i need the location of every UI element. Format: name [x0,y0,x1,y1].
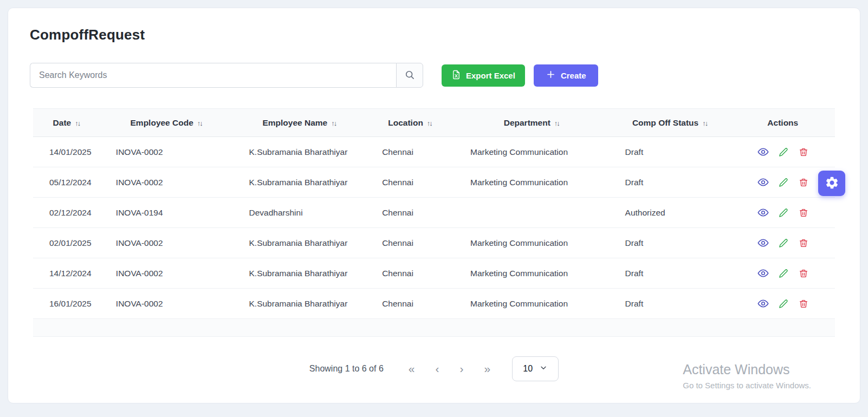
page-title: CompoffRequest [30,27,846,43]
search-input[interactable] [30,63,396,88]
column-header[interactable]: Date↑↓ [33,109,100,137]
cell-employee-name: K.Subramania Bharathiyar [233,289,366,319]
next-page-button[interactable]: › [457,362,465,375]
chevron-down-icon [539,363,548,374]
delete-button[interactable] [799,299,808,309]
sort-icon: ↑↓ [331,119,336,127]
sort-icon: ↑↓ [197,119,202,127]
cell-department: Marketing Communication [454,289,609,319]
cell-location: Chennai [366,228,454,258]
last-page-button[interactable]: » [482,362,493,375]
edit-button[interactable] [779,147,788,157]
cell-comp-off-status: Draft [609,167,731,198]
cell-department [454,198,609,228]
search-icon [404,69,415,82]
cell-comp-off-status: Draft [609,289,731,319]
plus-icon [546,69,556,81]
export-excel-button[interactable]: Export Excel [442,64,525,87]
table-row: 14/01/2025 INOVA-0002 K.Subramania Bhara… [33,137,835,167]
cell-comp-off-status: Draft [609,258,731,289]
column-header: Actions [731,109,835,137]
cell-employee-code: INOVA-0002 [100,167,233,198]
cell-employee-name: K.Subramania Bharathiyar [233,228,366,258]
cell-department: Marketing Communication [454,228,609,258]
column-header[interactable]: Employee Name↑↓ [233,109,366,137]
cell-employee-name: K.Subramania Bharathiyar [233,137,366,167]
create-button[interactable]: Create [534,64,598,87]
cell-location: Chennai [366,258,454,289]
edit-button[interactable] [779,269,788,278]
edit-button[interactable] [779,299,788,309]
table-header-row: Date↑↓ Employee Code↑↓ Employee Name↑↓ L… [33,109,835,137]
edit-button[interactable] [779,178,788,187]
table-row: 16/01/2025 INOVA-0002 K.Subramania Bhara… [33,289,835,319]
cell-employee-code: INOVA-0002 [100,228,233,258]
cell-employee-code: INOVA-0002 [100,137,233,167]
cell-date: 14/01/2025 [33,137,100,167]
settings-fab-button[interactable] [818,171,845,196]
view-button[interactable] [757,298,769,309]
sort-icon: ↑↓ [554,119,559,127]
column-header-label: Location [388,118,423,127]
view-button[interactable] [757,146,769,158]
cell-department: Marketing Communication [454,167,609,198]
pagination: Showing 1 to 6 of 6 « ‹ › » 10 [22,356,846,381]
cell-date: 16/01/2025 [33,289,100,319]
edit-button[interactable] [779,208,788,218]
first-page-button[interactable]: « [406,362,417,375]
delete-button[interactable] [799,269,808,278]
compoff-table: Date↑↓ Employee Code↑↓ Employee Name↑↓ L… [33,108,835,319]
column-header[interactable]: Employee Code↑↓ [100,109,233,137]
delete-button[interactable] [799,147,808,157]
search-button[interactable] [396,63,423,88]
create-label: Create [561,71,586,80]
view-button[interactable] [757,268,769,279]
cell-employee-code: INOVA-0002 [100,258,233,289]
cell-date: 05/12/2024 [33,167,100,198]
cell-location: Chennai [366,137,454,167]
column-header-label: Employee Name [262,118,327,127]
pagination-summary: Showing 1 to 6 of 6 [309,364,384,374]
sort-icon: ↑↓ [427,119,432,127]
column-header[interactable]: Location↑↓ [366,109,454,137]
column-header-label: Department [504,118,550,127]
toolbar: Export Excel Create [30,63,846,88]
search-group [30,63,423,88]
sort-icon: ↑↓ [75,119,80,127]
table-row: 02/01/2025 INOVA-0002 K.Subramania Bhara… [33,228,835,258]
column-header-label: Employee Code [131,118,193,127]
edit-button[interactable] [779,238,788,248]
cell-actions [731,228,835,258]
column-header-label: Date [53,118,72,127]
previous-page-button[interactable]: ‹ [433,362,441,375]
compoff-table-wrap: Date↑↓ Employee Code↑↓ Employee Name↑↓ L… [33,108,835,319]
table-row: 14/12/2024 INOVA-0002 K.Subramania Bhara… [33,258,835,289]
cell-department: Marketing Communication [454,258,609,289]
delete-button[interactable] [799,238,808,248]
cell-actions [731,289,835,319]
column-header-label: Actions [767,118,798,127]
cell-date: 02/01/2025 [33,228,100,258]
gear-icon [825,175,839,192]
cell-comp-off-status: Draft [609,228,731,258]
cell-comp-off-status: Draft [609,137,731,167]
view-button[interactable] [757,177,769,188]
view-button[interactable] [757,207,769,218]
cell-location: Chennai [366,167,454,198]
table-row: 05/12/2024 INOVA-0002 K.Subramania Bhara… [33,167,835,198]
cell-actions [731,198,835,228]
cell-department: Marketing Communication [454,137,609,167]
delete-button[interactable] [799,208,808,218]
cell-actions [731,258,835,289]
delete-button[interactable] [799,178,808,187]
cell-employee-code: INOVA-0002 [100,289,233,319]
page-size-select[interactable]: 10 [512,356,559,381]
cell-employee-name: Devadharshini [233,198,366,228]
export-excel-label: Export Excel [466,71,515,80]
column-header[interactable]: Department↑↓ [454,109,609,137]
cell-employee-name: K.Subramania Bharathiyar [233,167,366,198]
column-header[interactable]: Comp Off Status↑↓ [609,109,731,137]
table-row: 02/12/2024 INOVA-0194 Devadharshini Chen… [33,198,835,228]
view-button[interactable] [757,237,769,249]
column-header-label: Comp Off Status [632,118,698,127]
